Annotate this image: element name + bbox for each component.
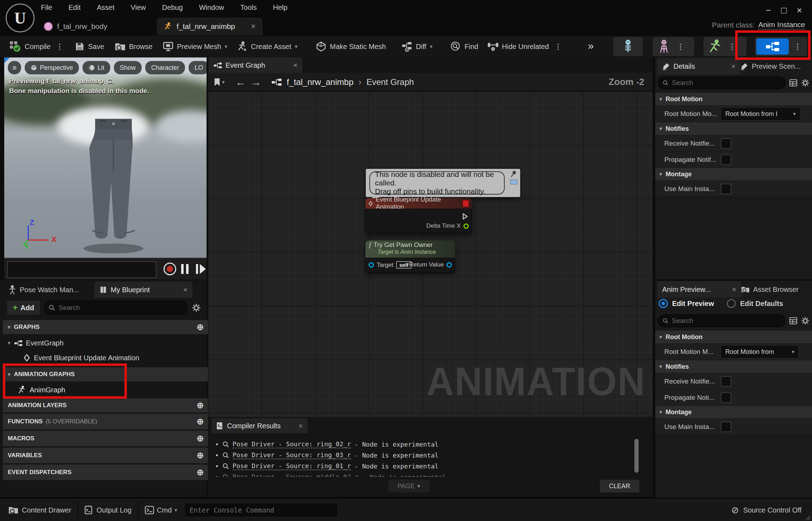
tab-asset-browser[interactable]: Asset Browser — [736, 281, 812, 298]
section-functions[interactable]: FUNCTIONS (5 OVERRIDABLE) ⊕ — [3, 414, 209, 430]
section-event-dispatchers[interactable]: EVENT DISPATCHERS ⊕ — [3, 465, 209, 480]
add-animation-layer-icon[interactable]: ⊕ — [197, 400, 204, 410]
my-blueprint-search[interactable] — [44, 301, 187, 315]
menu-window[interactable]: Window — [198, 1, 226, 14]
toolbar-overflow-icon[interactable]: » — [588, 40, 594, 52]
tab-anim-preview-editor[interactable]: Anim Preview... × — [657, 281, 741, 298]
gear-icon[interactable] — [192, 303, 201, 312]
receive-notifies-checkbox[interactable] — [721, 138, 731, 149]
viewport-menu-button[interactable]: ≡ — [8, 61, 21, 74]
close-icon[interactable]: × — [792, 4, 807, 16]
tree-item-event-update[interactable]: Event Blueprint Update Animation — [3, 351, 224, 365]
clear-button[interactable]: CLEAR — [600, 480, 639, 492]
save-button[interactable]: Save — [75, 36, 104, 57]
compile-button[interactable]: Compile ⋮ — [9, 36, 65, 57]
delta-time-pin[interactable]: Delta Time X — [426, 222, 469, 229]
return-value-pin[interactable]: Return Value — [409, 261, 452, 268]
tab-pose-watch-manager[interactable]: Pose Watch Man... — [4, 282, 94, 298]
character-button[interactable]: Character — [145, 61, 185, 74]
my-blueprint-search-input[interactable] — [58, 304, 183, 312]
cmd-button[interactable]: Cmd ▾ — [145, 506, 177, 514]
gear-icon[interactable] — [801, 317, 810, 325]
edit-defaults-radio[interactable] — [727, 299, 736, 308]
nav-back-icon[interactable]: ← — [235, 76, 246, 88]
timeline-scrubber[interactable] — [7, 261, 156, 278]
hide-unrelated-options-icon[interactable]: ⋮ — [552, 42, 564, 51]
target-pin[interactable]: Target self — [369, 261, 412, 269]
menu-asset[interactable]: Asset — [96, 1, 116, 14]
content-drawer-button[interactable]: Content Drawer — [8, 505, 71, 515]
lit-button[interactable]: Lit — [82, 61, 110, 74]
pause-button[interactable] — [181, 264, 189, 274]
nav-forward-icon[interactable]: → — [251, 76, 262, 88]
make-static-mesh-button[interactable]: Make Static Mesh — [316, 36, 386, 57]
tab-my-blueprint[interactable]: My Blueprint × — [94, 282, 192, 298]
use-main-instance-checkbox[interactable] — [721, 184, 731, 194]
show-button[interactable]: Show — [114, 61, 142, 74]
breadcrumb-root[interactable]: f_tal_nrw_animbp — [287, 77, 353, 87]
tab-event-graph[interactable]: Event Graph × — [209, 57, 302, 73]
anim-preview-section-notifies[interactable]: ▾ Notifies — [655, 360, 812, 373]
maximize-icon[interactable]: □ — [776, 4, 792, 16]
details-search[interactable] — [658, 76, 786, 89]
lod-button[interactable]: LO — [189, 61, 207, 74]
console-command-field[interactable] — [184, 503, 338, 517]
compiler-log-link[interactable]: Pose Driver - Source: ring_01_r — [233, 462, 351, 470]
compiler-scrollbar[interactable] — [634, 439, 639, 473]
display-filter-icon[interactable] — [789, 79, 798, 87]
graph-canvas[interactable]: ANIMATION This node is disabled and will… — [208, 91, 653, 417]
compiler-log-link[interactable]: Pose Driver - Source: ring_03_r — [233, 451, 351, 459]
use-main-instance-checkbox[interactable] — [721, 422, 731, 432]
pin-icon[interactable] — [510, 170, 517, 178]
asset-tab-body[interactable]: f_tal_nrw_body — [37, 18, 114, 35]
page-button[interactable]: PAGE ▾ — [388, 480, 429, 492]
add-variable-icon[interactable]: ⊕ — [197, 450, 204, 460]
menu-edit[interactable]: Edit — [67, 1, 82, 14]
step-forward-button[interactable] — [196, 264, 206, 274]
node-event-blueprint-update-animation[interactable]: Event Blueprint Update Animation Delta T… — [365, 198, 472, 233]
anim-preview-search[interactable] — [658, 314, 786, 327]
tab-compiler-results[interactable]: Compiler Results × — [211, 418, 308, 433]
tab-close-icon[interactable]: × — [731, 62, 736, 71]
tree-item-eventgraph[interactable]: ▾ EventGraph — [3, 336, 209, 350]
console-command-input[interactable] — [189, 506, 333, 514]
section-graphs[interactable]: ▾ GRAPHS ⊕ — [3, 320, 209, 335]
menu-file[interactable]: File — [39, 1, 54, 14]
root-motion-mode-dropdown[interactable]: Root Motion from I ▾ — [721, 107, 800, 121]
resize-grip-icon[interactable] — [804, 514, 811, 520]
preview-mesh-quick-button[interactable]: ⋮ — [653, 37, 694, 56]
output-log-button[interactable]: Output Log — [85, 505, 131, 515]
add-graph-icon[interactable]: ⊕ — [197, 322, 204, 332]
section-variables[interactable]: VARIABLES ⊕ — [3, 448, 209, 464]
root-motion-mode-dropdown[interactable]: Root Motion from ▾ — [721, 345, 799, 358]
propagate-notifies-checkbox[interactable] — [721, 392, 731, 403]
tab-close-icon[interactable]: × — [183, 286, 187, 294]
details-section-notifies[interactable]: ▾ Notifies — [655, 122, 812, 135]
menu-tools[interactable]: Tools — [239, 1, 258, 14]
tab-close-icon[interactable]: × — [293, 61, 297, 69]
compiler-log-link[interactable]: Pose Driver - Source: middle_02_r — [233, 473, 359, 477]
preview-mesh-quick-options-icon[interactable]: ⋮ — [675, 42, 686, 51]
details-section-montage[interactable]: ▾ Montage — [655, 168, 812, 181]
gear-icon[interactable] — [801, 79, 810, 87]
details-section-root-motion[interactable]: ▾ Root Motion — [655, 93, 812, 106]
menu-view[interactable]: View — [129, 1, 147, 14]
add-function-icon[interactable]: ⊕ — [197, 417, 204, 427]
node-disabled-icon[interactable] — [462, 200, 469, 207]
minimize-icon[interactable]: − — [761, 4, 776, 16]
compiler-log-link[interactable]: Pose Driver - Source: ring_02_r — [233, 440, 351, 448]
add-button[interactable]: + Add — [7, 301, 40, 315]
tab-close-icon[interactable]: × — [251, 22, 256, 31]
add-event-dispatcher-icon[interactable]: ⊕ — [197, 467, 204, 477]
section-animation-layers[interactable]: ANIMATION LAYERS ⊕ — [3, 398, 209, 413]
edit-preview-radio[interactable] — [659, 299, 668, 308]
node-try-get-pawn-owner[interactable]: f Try Get Pawn Owner Target is Anim Inst… — [365, 240, 455, 271]
parent-class-value[interactable]: Anim Instance — [758, 20, 805, 30]
create-asset-button[interactable]: Create Asset ▾ — [237, 36, 297, 57]
preview-mesh-button[interactable]: Preview Mesh ▾ — [163, 36, 227, 57]
source-control-button[interactable]: ⊘ Source Control Off — [731, 505, 801, 516]
breadcrumb-leaf[interactable]: Event Graph — [367, 77, 414, 87]
menu-help[interactable]: Help — [272, 1, 289, 14]
anim-preview-search-input[interactable] — [671, 317, 781, 325]
anim-preview-section-root-motion[interactable]: ▾ Root Motion — [655, 331, 812, 344]
